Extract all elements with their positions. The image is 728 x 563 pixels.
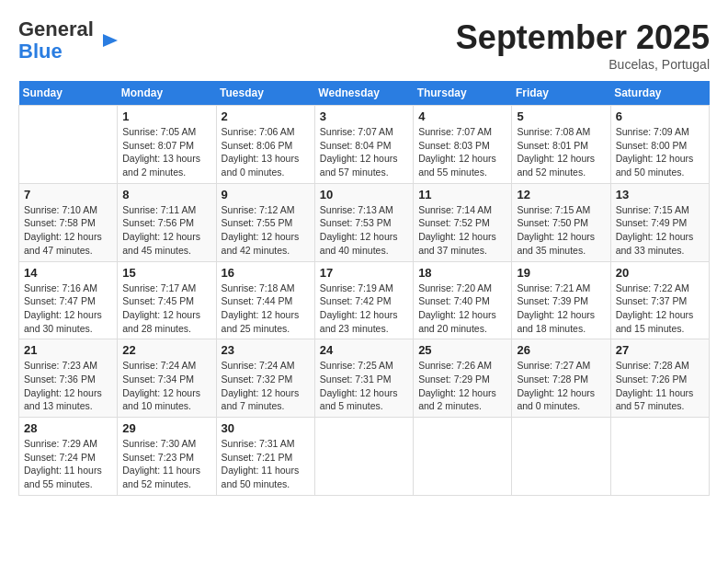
day-info: Sunrise: 7:14 AM Sunset: 7:52 PM Dayligh…: [418, 203, 506, 258]
calendar-week-4: 21Sunrise: 7:23 AM Sunset: 7:36 PM Dayli…: [19, 339, 710, 418]
logo: General Blue: [18, 18, 119, 63]
day-number: 2: [222, 109, 310, 123]
day-number: 1: [122, 109, 210, 123]
calendar-cell: 25Sunrise: 7:26 AM Sunset: 7:29 PM Dayli…: [414, 339, 512, 418]
day-number: 28: [24, 421, 112, 435]
calendar-cell: 17Sunrise: 7:19 AM Sunset: 7:42 PM Dayli…: [314, 261, 413, 339]
day-info: Sunrise: 7:22 AM Sunset: 7:37 PM Dayligh…: [616, 282, 704, 336]
column-header-tuesday: Tuesday: [216, 81, 314, 106]
column-header-sunday: Sunday: [19, 81, 118, 106]
day-number: 22: [122, 343, 210, 357]
day-info: Sunrise: 7:31 AM Sunset: 7:21 PM Dayligh…: [222, 437, 310, 491]
calendar-cell: 28Sunrise: 7:29 AM Sunset: 7:24 PM Dayli…: [19, 418, 118, 496]
calendar-cell: 3Sunrise: 7:07 AM Sunset: 8:04 PM Daylig…: [314, 106, 413, 184]
calendar-cell: [610, 418, 709, 496]
day-number: 11: [418, 188, 506, 201]
column-header-monday: Monday: [118, 81, 216, 106]
day-number: 20: [616, 266, 704, 280]
calendar-cell: 10Sunrise: 7:13 AM Sunset: 7:53 PM Dayli…: [314, 183, 413, 261]
calendar-cell: 20Sunrise: 7:22 AM Sunset: 7:37 PM Dayli…: [610, 261, 709, 339]
day-number: 10: [320, 188, 408, 201]
day-info: Sunrise: 7:23 AM Sunset: 7:36 PM Dayligh…: [24, 359, 112, 413]
calendar-cell: 18Sunrise: 7:20 AM Sunset: 7:40 PM Dayli…: [414, 261, 512, 339]
calendar-cell: 13Sunrise: 7:15 AM Sunset: 7:49 PM Dayli…: [610, 183, 709, 261]
day-number: 18: [418, 266, 506, 280]
day-info: Sunrise: 7:13 AM Sunset: 7:53 PM Dayligh…: [320, 203, 408, 258]
calendar-cell: 27Sunrise: 7:28 AM Sunset: 7:26 PM Dayli…: [610, 339, 709, 418]
calendar-cell: 5Sunrise: 7:08 AM Sunset: 8:01 PM Daylig…: [512, 106, 610, 184]
logo-icon: [99, 30, 119, 51]
day-info: Sunrise: 7:16 AM Sunset: 7:47 PM Dayligh…: [24, 282, 112, 336]
day-number: 17: [320, 266, 408, 280]
calendar-cell: 16Sunrise: 7:18 AM Sunset: 7:44 PM Dayli…: [216, 261, 314, 339]
calendar-cell: 24Sunrise: 7:25 AM Sunset: 7:31 PM Dayli…: [314, 339, 413, 418]
calendar-week-1: 1Sunrise: 7:05 AM Sunset: 8:07 PM Daylig…: [19, 106, 710, 184]
day-info: Sunrise: 7:25 AM Sunset: 7:31 PM Dayligh…: [320, 359, 408, 413]
day-number: 3: [320, 109, 408, 123]
calendar-cell: 21Sunrise: 7:23 AM Sunset: 7:36 PM Dayli…: [19, 339, 118, 418]
calendar-cell: 22Sunrise: 7:24 AM Sunset: 7:34 PM Dayli…: [118, 339, 216, 418]
title-block: September 2025 Bucelas, Portugal: [456, 18, 710, 72]
day-number: 15: [122, 266, 210, 280]
day-number: 7: [24, 188, 112, 201]
day-number: 9: [222, 188, 310, 201]
day-number: 30: [222, 421, 310, 435]
day-number: 12: [517, 188, 605, 201]
column-header-wednesday: Wednesday: [314, 81, 413, 106]
day-info: Sunrise: 7:29 AM Sunset: 7:24 PM Dayligh…: [24, 437, 112, 491]
column-header-friday: Friday: [512, 81, 610, 106]
day-info: Sunrise: 7:12 AM Sunset: 7:55 PM Dayligh…: [222, 203, 310, 258]
day-number: 24: [320, 343, 408, 357]
day-number: 29: [122, 421, 210, 435]
day-info: Sunrise: 7:20 AM Sunset: 7:40 PM Dayligh…: [418, 282, 506, 336]
day-info: Sunrise: 7:05 AM Sunset: 8:07 PM Dayligh…: [122, 125, 210, 179]
month-title: September 2025: [456, 18, 710, 57]
calendar-cell: 26Sunrise: 7:27 AM Sunset: 7:28 PM Dayli…: [512, 339, 610, 418]
logo-general: General: [18, 17, 94, 40]
day-info: Sunrise: 7:15 AM Sunset: 7:50 PM Dayligh…: [517, 203, 605, 258]
day-number: 6: [616, 109, 704, 123]
column-header-thursday: Thursday: [414, 81, 512, 106]
svg-marker-0: [103, 34, 118, 47]
day-info: Sunrise: 7:30 AM Sunset: 7:23 PM Dayligh…: [122, 437, 210, 491]
day-number: 13: [616, 188, 704, 201]
calendar-week-2: 7Sunrise: 7:10 AM Sunset: 7:58 PM Daylig…: [19, 183, 710, 261]
day-info: Sunrise: 7:17 AM Sunset: 7:45 PM Dayligh…: [122, 282, 210, 336]
day-number: 21: [24, 343, 112, 357]
column-header-saturday: Saturday: [610, 81, 709, 106]
calendar-cell: 8Sunrise: 7:11 AM Sunset: 7:56 PM Daylig…: [118, 183, 216, 261]
day-number: 16: [222, 266, 310, 280]
day-info: Sunrise: 7:21 AM Sunset: 7:39 PM Dayligh…: [517, 282, 605, 336]
calendar-cell: 23Sunrise: 7:24 AM Sunset: 7:32 PM Dayli…: [216, 339, 314, 418]
calendar-table: SundayMondayTuesdayWednesdayThursdayFrid…: [18, 81, 710, 496]
calendar-cell: 9Sunrise: 7:12 AM Sunset: 7:55 PM Daylig…: [216, 183, 314, 261]
calendar-cell: 11Sunrise: 7:14 AM Sunset: 7:52 PM Dayli…: [414, 183, 512, 261]
day-info: Sunrise: 7:27 AM Sunset: 7:28 PM Dayligh…: [517, 359, 605, 413]
calendar-cell: 12Sunrise: 7:15 AM Sunset: 7:50 PM Dayli…: [512, 183, 610, 261]
calendar-cell: [512, 418, 610, 496]
calendar-cell: 6Sunrise: 7:09 AM Sunset: 8:00 PM Daylig…: [610, 106, 709, 184]
day-info: Sunrise: 7:10 AM Sunset: 7:58 PM Dayligh…: [24, 203, 112, 258]
day-info: Sunrise: 7:28 AM Sunset: 7:26 PM Dayligh…: [616, 359, 704, 413]
page-header: General Blue September 2025 Bucelas, Por…: [18, 18, 710, 72]
day-number: 23: [222, 343, 310, 357]
calendar-cell: 4Sunrise: 7:07 AM Sunset: 8:03 PM Daylig…: [414, 106, 512, 184]
day-number: 4: [418, 109, 506, 123]
calendar-week-3: 14Sunrise: 7:16 AM Sunset: 7:47 PM Dayli…: [19, 261, 710, 339]
calendar-cell: 7Sunrise: 7:10 AM Sunset: 7:58 PM Daylig…: [19, 183, 118, 261]
day-info: Sunrise: 7:06 AM Sunset: 8:06 PM Dayligh…: [222, 125, 310, 179]
location: Bucelas, Portugal: [456, 57, 710, 72]
day-number: 27: [616, 343, 704, 357]
calendar-week-5: 28Sunrise: 7:29 AM Sunset: 7:24 PM Dayli…: [19, 418, 710, 496]
day-info: Sunrise: 7:26 AM Sunset: 7:29 PM Dayligh…: [418, 359, 506, 413]
day-info: Sunrise: 7:07 AM Sunset: 8:04 PM Dayligh…: [320, 125, 408, 179]
day-info: Sunrise: 7:24 AM Sunset: 7:32 PM Dayligh…: [222, 359, 310, 413]
day-number: 5: [517, 109, 605, 123]
day-info: Sunrise: 7:24 AM Sunset: 7:34 PM Dayligh…: [122, 359, 210, 413]
calendar-cell: [414, 418, 512, 496]
calendar-cell: 2Sunrise: 7:06 AM Sunset: 8:06 PM Daylig…: [216, 106, 314, 184]
day-info: Sunrise: 7:18 AM Sunset: 7:44 PM Dayligh…: [222, 282, 310, 336]
day-info: Sunrise: 7:11 AM Sunset: 7:56 PM Dayligh…: [122, 203, 210, 258]
day-number: 26: [517, 343, 605, 357]
day-number: 14: [24, 266, 112, 280]
